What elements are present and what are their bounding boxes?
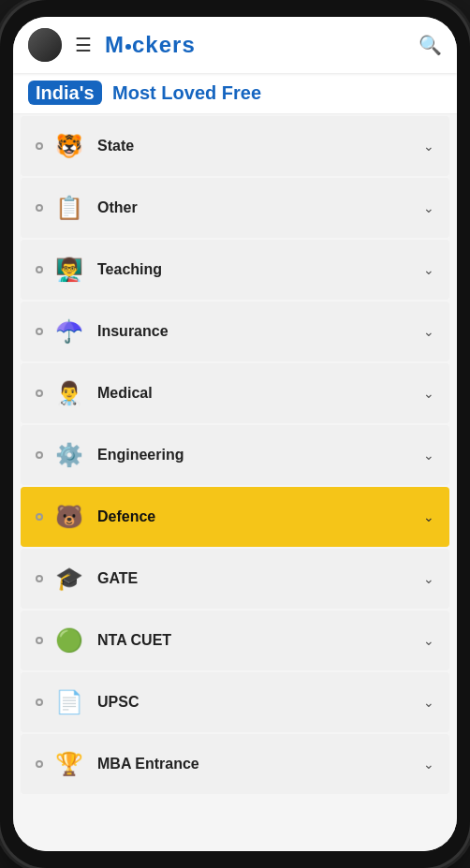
app-logo: Mckers [105,32,409,58]
chevron-icon-state: ⌄ [423,139,434,154]
menu-item-label-gate: GATE [97,570,423,587]
menu-item-dot [36,699,43,706]
menu-item-dot [36,328,43,335]
nta-cuet-icon: 🟢 [52,624,86,657]
menu-item-dot [36,142,43,150]
mba-entrance-icon: 🏆 [52,747,86,781]
menu-list[interactable]: 🐯State⌄📋Other⌄👨‍🏫Teaching⌄☂️Insurance⌄👨‍… [13,114,457,851]
menu-item-dot [36,760,43,768]
menu-item-mba-entrance[interactable]: 🏆MBA Entrance⌄ [21,734,449,794]
menu-item-gate[interactable]: 🎓GATE⌄ [21,549,449,609]
menu-item-other[interactable]: 📋Other⌄ [21,178,449,238]
chevron-icon-other: ⌄ [423,200,434,215]
state-icon: 🐯 [52,129,86,163]
menu-item-state[interactable]: 🐯State⌄ [21,116,449,176]
menu-item-label-other: Other [97,199,423,216]
menu-item-engineering[interactable]: ⚙️Engineering⌄ [21,425,449,485]
chevron-icon-mba-entrance: ⌄ [423,757,434,772]
banner-highlight: India's [28,81,102,105]
gate-icon: 🎓 [52,562,86,596]
insurance-icon: ☂️ [52,315,86,348]
chevron-icon-medical: ⌄ [423,386,434,401]
menu-item-dot [36,575,43,582]
engineering-icon: ⚙️ [52,438,86,472]
medical-icon: 👨‍⚕️ [52,376,86,410]
header: ☰ Mckers 🔍 [13,17,457,73]
menu-item-teaching[interactable]: 👨‍🏫Teaching⌄ [21,240,449,300]
menu-item-dot [36,637,43,644]
upsc-icon: 📄 [52,685,86,719]
menu-item-label-mba-entrance: MBA Entrance [97,756,423,772]
teaching-icon: 👨‍🏫 [52,253,86,287]
menu-item-dot [36,204,43,212]
menu-item-defence[interactable]: 🐻Defence⌄ [21,487,449,547]
banner: India's Most Loved Free [13,73,457,114]
menu-item-label-insurance: Insurance [97,323,423,340]
chevron-icon-engineering: ⌄ [423,448,434,463]
chevron-icon-defence: ⌄ [423,509,434,524]
menu-item-dot [36,451,43,459]
chevron-icon-teaching: ⌄ [423,262,434,277]
defence-icon: 🐻 [52,500,86,534]
menu-item-upsc[interactable]: 📄UPSC⌄ [21,672,449,732]
chevron-icon-insurance: ⌄ [423,324,434,339]
hamburger-icon[interactable]: ☰ [71,30,95,60]
menu-item-dot [36,513,43,521]
phone-screen: ☰ Mckers 🔍 India's Most Loved Free 🐯Stat… [13,17,457,851]
menu-item-label-nta-cuet: NTA CUET [97,632,423,649]
search-icon[interactable]: 🔍 [419,34,442,56]
other-icon: 📋 [52,191,86,225]
menu-item-label-defence: Defence [97,508,423,525]
chevron-icon-gate: ⌄ [423,571,434,586]
menu-item-label-state: State [97,138,423,154]
chevron-icon-upsc: ⌄ [423,695,434,710]
menu-item-nta-cuet[interactable]: 🟢NTA CUET⌄ [21,611,449,670]
menu-item-insurance[interactable]: ☂️Insurance⌄ [21,302,449,361]
chevron-icon-nta-cuet: ⌄ [423,633,434,648]
menu-item-label-engineering: Engineering [97,447,423,463]
banner-text: India's Most Loved Free [28,82,261,103]
menu-item-medical[interactable]: 👨‍⚕️Medical⌄ [21,363,449,423]
menu-item-label-teaching: Teaching [97,261,423,278]
menu-item-dot [36,266,43,273]
avatar[interactable] [28,28,62,62]
menu-item-label-medical: Medical [97,385,423,402]
phone-frame: ☰ Mckers 🔍 India's Most Loved Free 🐯Stat… [0,0,470,868]
menu-item-dot [36,390,43,397]
menu-item-label-upsc: UPSC [97,694,423,711]
